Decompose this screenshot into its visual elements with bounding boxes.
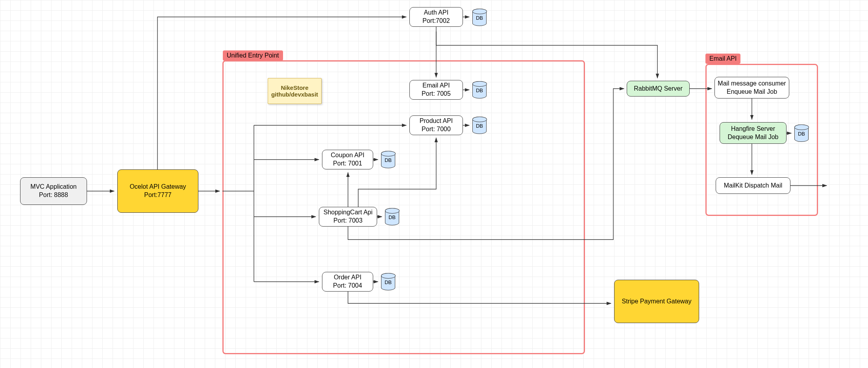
db-icon: DB xyxy=(381,151,395,168)
node-text: Dequeue Mail Job xyxy=(728,133,779,141)
db-icon: DB xyxy=(472,81,487,99)
node-auth[interactable]: Auth API Port:7002 xyxy=(409,7,463,27)
db-icon: DB xyxy=(472,117,487,134)
db-icon: DB xyxy=(385,208,399,225)
node-text: Enqueue Mail Job xyxy=(727,88,777,96)
sticky-note: NikeStore github/devxbasit xyxy=(268,78,322,104)
node-coupon[interactable]: Coupon API Port: 7001 xyxy=(322,150,373,169)
note-text: NikeStore xyxy=(268,84,321,91)
db-label: DB xyxy=(381,157,395,163)
node-ocelot[interactable]: Ocelot API Gateway Port:7777 xyxy=(117,169,198,213)
node-mvc[interactable]: MVC Application Port: 8888 xyxy=(20,177,87,205)
node-text: Port: 8888 xyxy=(39,191,68,199)
node-text: Port: 7003 xyxy=(333,217,363,225)
node-stripe[interactable]: Stripe Payment Gateway xyxy=(614,280,699,323)
group-unified-entry-point xyxy=(222,60,585,354)
node-text: RabbitMQ Server xyxy=(634,85,683,93)
group-label-email: Email API xyxy=(705,54,740,64)
node-emailapi[interactable]: Email API Port: 7005 xyxy=(409,80,463,100)
db-label: DB xyxy=(385,214,399,220)
node-text: Stripe Payment Gateway xyxy=(622,297,692,306)
db-icon: DB xyxy=(794,125,809,142)
node-text: Port:7777 xyxy=(144,191,171,199)
node-order[interactable]: Order API Port: 7004 xyxy=(322,272,373,292)
node-hangfire[interactable]: Hangfire Server Dequeue Mail Job xyxy=(720,122,787,144)
node-rabbitmq[interactable]: RabbitMQ Server xyxy=(627,81,690,97)
node-text: Port: 7000 xyxy=(422,125,451,134)
db-label: DB xyxy=(794,131,809,137)
db-icon: DB xyxy=(472,9,487,26)
node-text: ShoppingCart Api xyxy=(324,208,373,217)
node-text: Port: 7004 xyxy=(333,282,362,290)
node-text: Mail message consumer xyxy=(718,80,786,88)
node-text: Ocelot API Gateway xyxy=(130,183,186,191)
node-product[interactable]: Product API Port: 7000 xyxy=(409,115,463,135)
node-text: Coupon API xyxy=(331,151,364,160)
db-label: DB xyxy=(472,87,487,93)
node-text: Auth API xyxy=(424,9,448,17)
node-text: Product API xyxy=(420,117,453,125)
node-text: Port:7002 xyxy=(422,17,450,25)
node-consumer[interactable]: Mail message consumer Enqueue Mail Job xyxy=(714,77,789,99)
node-text: Hangfire Server xyxy=(731,125,775,133)
db-label: DB xyxy=(472,15,487,21)
node-text: MailKit Dispatch Mail xyxy=(724,182,782,190)
note-text: github/devxbasit xyxy=(268,91,321,98)
db-label: DB xyxy=(472,123,487,129)
node-text: Order API xyxy=(334,273,361,282)
db-label: DB xyxy=(381,279,395,285)
node-mailkit[interactable]: MailKit Dispatch Mail xyxy=(716,177,790,194)
node-cart[interactable]: ShoppingCart Api Port: 7003 xyxy=(319,207,377,227)
node-text: Port: 7001 xyxy=(333,160,362,168)
node-text: Email API xyxy=(422,82,450,90)
db-icon: DB xyxy=(381,273,395,290)
node-text: Port: 7005 xyxy=(422,90,451,98)
group-label-uep: Unified Entry Point xyxy=(223,50,283,61)
diagram-canvas: Unified Entry Point Email API MVC Applic… xyxy=(0,0,868,368)
node-text: MVC Application xyxy=(30,183,76,191)
